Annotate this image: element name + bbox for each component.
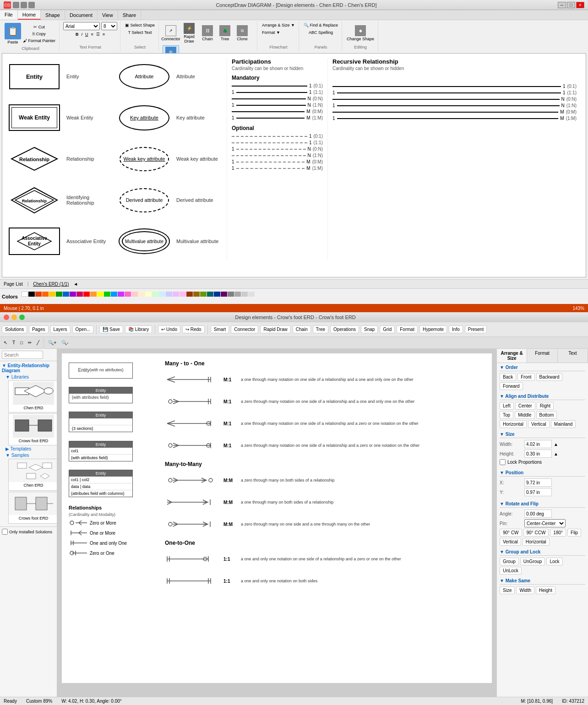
page-nav-button[interactable]: ◄ — [73, 282, 78, 287]
library-button[interactable]: 📚 Library — [125, 325, 152, 333]
tree-btn-bottom[interactable]: Tree — [313, 325, 328, 333]
tab-view[interactable]: View — [98, 10, 118, 20]
zoom-out-button[interactable]: 🔍- — [60, 339, 70, 346]
chain-btn-bottom[interactable]: Chain — [293, 325, 311, 333]
tab-text[interactable]: Text — [558, 349, 588, 363]
lock-proportions-checkbox[interactable] — [500, 459, 506, 465]
chen-erd-thumbnail[interactable]: Chen ERD — [8, 380, 57, 412]
solutions-button[interactable]: Solutions — [2, 325, 27, 333]
smart-button[interactable]: Smart — [211, 325, 229, 333]
font-size-select[interactable]: 8 — [101, 22, 117, 30]
top-align-button[interactable]: Top — [500, 411, 513, 419]
tree-button[interactable]: 🌲 Tree — [217, 24, 233, 42]
swatch-lighter-gray[interactable] — [241, 292, 248, 297]
swatch-blush[interactable] — [180, 292, 186, 297]
swatch-gray[interactable] — [228, 292, 234, 297]
save-button-bottom[interactable]: 💾 Save — [99, 325, 123, 333]
horizontal-distribute-button[interactable]: Horizontal — [500, 420, 527, 428]
same-height-button[interactable]: Height — [536, 586, 555, 594]
center-align-button[interactable]: Center — [515, 402, 535, 410]
samples-section[interactable]: ▼ Samples — [5, 453, 55, 458]
swatch-light-green[interactable] — [152, 292, 158, 297]
connector-button[interactable]: ↗ Connector — [163, 24, 179, 42]
swatch-white[interactable] — [22, 292, 28, 297]
swatch-lavender[interactable] — [166, 292, 172, 297]
templates-section[interactable]: ▶ Templates — [5, 446, 55, 451]
front-button[interactable]: Front — [517, 373, 534, 381]
undo-button-bottom[interactable]: ↩ Undo — [158, 325, 180, 333]
cf-entity-shape-1[interactable]: Entity(with no attributes) — [69, 363, 133, 379]
pin-select[interactable]: Center-Center — [524, 519, 566, 527]
horizontal-flip-button[interactable]: Horizontal — [523, 538, 550, 546]
grid-button[interactable]: Grid — [380, 325, 395, 333]
only-installed-checkbox[interactable] — [2, 529, 8, 535]
x-input[interactable] — [524, 478, 552, 487]
middle-align-button[interactable]: Middle — [515, 411, 534, 419]
swatch-purple[interactable] — [70, 292, 76, 297]
chen-sample-thumbnail[interactable]: Chen ERD — [8, 459, 57, 491]
swatch-green[interactable] — [56, 292, 62, 297]
rapid-draw-button[interactable]: ⚡ Rapid Draw — [180, 22, 198, 44]
right-align-button[interactable]: Right — [537, 402, 554, 410]
swatch-sky[interactable] — [159, 292, 165, 297]
open-button[interactable]: Open... — [72, 325, 94, 333]
text-tool[interactable]: T — [11, 339, 17, 346]
zoom-in-button[interactable]: 🔍+ — [46, 339, 58, 346]
swatch-light-lavender[interactable] — [173, 292, 179, 297]
y-input[interactable] — [524, 488, 552, 496]
rotate-180-button[interactable]: 180° — [550, 529, 566, 537]
rotate-90ccw-button[interactable]: 90° CCW — [523, 529, 549, 537]
forward-button[interactable]: Forward — [500, 382, 523, 390]
make-same-title[interactable]: ▼ Make Same — [500, 578, 585, 585]
layers-button[interactable]: Layers — [50, 325, 71, 333]
swatch-bright-green[interactable] — [104, 292, 110, 297]
size-title[interactable]: ▼ Size — [500, 432, 585, 438]
underline-button[interactable]: U — [84, 31, 89, 38]
tab-file[interactable]: File — [0, 10, 18, 20]
relationship-shape[interactable]: Relationship — [9, 145, 60, 173]
swatch-light-blue[interactable] — [111, 292, 117, 297]
swatch-dark-red[interactable] — [35, 292, 42, 297]
entity-shape[interactable]: Entity — [9, 64, 60, 89]
width-stepper-up[interactable]: ▲ — [554, 442, 558, 447]
left-align-button[interactable]: Left — [500, 402, 514, 410]
redo-quick-icon[interactable] — [28, 2, 35, 8]
rotate-flip-title[interactable]: ▼ Rotate and Flip — [500, 501, 585, 508]
assoc-entity-shape[interactable]: AssociativeEntity — [9, 228, 60, 255]
arrange-size-button[interactable]: Arrange & Size ▼ — [261, 22, 296, 28]
crows-sample-thumbnail[interactable]: Crows foot ERD — [8, 492, 57, 524]
libraries-section[interactable]: ▼ Libraries — [5, 374, 55, 380]
swatch-light-purple[interactable] — [118, 292, 124, 297]
only-installed-label[interactable]: Only Installed Solutions — [2, 529, 55, 535]
rotate-90cw-button[interactable]: 90° CW — [500, 529, 522, 537]
swatch-olive[interactable] — [200, 292, 207, 297]
swatch-dark-purple[interactable] — [221, 292, 227, 297]
align-center-button[interactable]: ☰ — [95, 31, 101, 38]
swatch-light-orange[interactable] — [90, 292, 97, 297]
search-input[interactable] — [2, 351, 43, 359]
swatch-orange[interactable] — [42, 292, 49, 297]
align-left-button[interactable]: ≡ — [90, 31, 94, 38]
italic-button[interactable]: I — [81, 31, 84, 38]
cf-entity-shape-5[interactable]: Entity col1 | col2 data | data (attribut… — [69, 470, 133, 497]
height-input[interactable] — [524, 450, 552, 458]
present-button[interactable]: Present — [465, 325, 487, 333]
cut-button[interactable]: ✂ Cut — [22, 24, 56, 30]
key-attr-shape[interactable]: Key attribute — [119, 105, 169, 130]
maximize-traffic-light[interactable] — [19, 315, 25, 320]
paste-button[interactable]: 📋 Paste — [5, 22, 21, 45]
multivalue-attr-shape[interactable]: Multivalue attribute — [119, 228, 170, 254]
info-button[interactable]: Info — [449, 325, 463, 333]
swatch-black[interactable] — [28, 292, 35, 297]
crows-foot-thumbnail[interactable]: Crows foot ERD — [8, 413, 57, 445]
swatch-very-light-gray[interactable] — [248, 292, 255, 297]
select-text-button[interactable]: T Select Text — [127, 29, 153, 36]
swatch-light-gray[interactable] — [234, 292, 241, 297]
order-title[interactable]: ▼ Order — [500, 365, 585, 371]
back-button[interactable]: Back — [500, 373, 516, 381]
vertical-distribute-button[interactable]: Vertical — [528, 420, 550, 428]
position-title[interactable]: ▼ Position — [500, 470, 585, 477]
swatch-teal[interactable] — [207, 292, 213, 297]
rapid-draw-btn-bottom[interactable]: Rapid Draw — [260, 325, 290, 333]
tab-document[interactable]: Document — [65, 10, 98, 20]
